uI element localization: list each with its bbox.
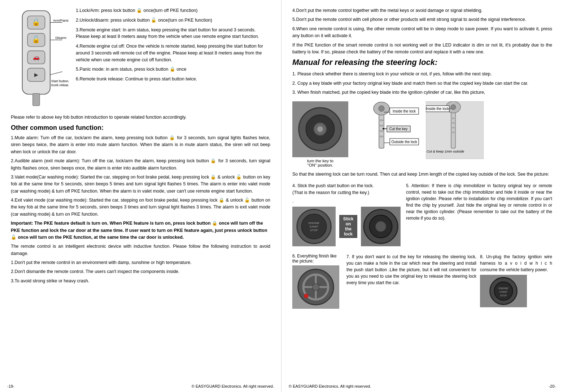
stick-row: ENGINE START STOP Stick onthe lock <box>292 207 401 246</box>
key-fob-instructions: 1.Lock/Arm: press lock button 🔒 once(tur… <box>76 7 270 109</box>
svg-rect-26 <box>379 125 384 127</box>
step6-col: 6. Everything finish like the picture: <box>292 254 343 309</box>
svg-line-14 <box>50 72 62 75</box>
key-fob-diagram: 🔒 🔓 🚗 ▶ Arm/Panic mode <box>11 7 69 109</box>
step8-col: 8. Un-plug the factory ignition wire har… <box>480 254 552 309</box>
step5-text: 5. Attention: If there is chip immobiliz… <box>406 182 552 221</box>
step6-text: 6. Everything finish like the picture: <box>292 254 343 264</box>
svg-text:Arm/Panic mode: Arm/Panic mode <box>53 18 69 22</box>
svg-rect-28 <box>379 136 384 137</box>
svg-rect-43 <box>451 118 455 119</box>
para3: 3.Valet mode(Car washing mode): Started … <box>11 174 270 195</box>
remote-note-1: 1.Don't put the remote control in an env… <box>11 259 270 266</box>
remote-note-6: 6.When one remote control is using, the … <box>292 26 552 40</box>
remote-note-2: 2.Don't dismantle the remote control. Th… <box>11 268 270 275</box>
svg-text:Outside the lock: Outside the lock <box>391 140 418 144</box>
svg-point-69 <box>304 294 309 298</box>
turn-key-caption: turn the key to"ON" position. <box>292 159 348 167</box>
svg-point-24 <box>379 106 384 111</box>
svg-text:STOP: STOP <box>310 228 318 232</box>
svg-rect-46 <box>451 132 455 133</box>
svg-rect-44 <box>451 122 455 124</box>
push-start-btn-image: ENGINE START STOP <box>292 207 336 246</box>
section1-title: Other common used function: <box>11 124 270 132</box>
para2: 2.Audible alarm (exit mute alarm): Turn … <box>11 158 270 172</box>
step8-text: 8. Un-plug the factory ignition wire har… <box>480 254 552 273</box>
step2: 2. Copy a key blade with your factory or… <box>292 80 552 87</box>
stick-on-lock-label: Stick onthe lock <box>339 215 357 238</box>
step7-text: 7. If you don't want to cut the key for … <box>346 254 476 286</box>
svg-text:ENGINE: ENGINE <box>499 287 509 290</box>
svg-text:START: START <box>309 225 318 228</box>
left-page: 🔒 🔓 🚗 ▶ Arm/Panic mode <box>0 0 282 392</box>
right-copyright: © EASYGUARD Electronics. All right reser… <box>289 384 371 388</box>
step7-col: 7. If you don't want to cut the key for … <box>346 254 476 309</box>
dot-separator: . <box>292 199 401 204</box>
remote-intro: The remote control is an intelligent ele… <box>11 243 270 257</box>
key-label-diagram: Inside the lock Cut the key Outside the … <box>354 101 420 160</box>
remote-note-4: 4.Don't put the remote control together … <box>292 7 552 14</box>
svg-text:Inside the lock: Inside the lock <box>426 107 449 111</box>
push-btn-section: 4. Stick the push start button on the lo… <box>292 182 401 249</box>
svg-rect-45 <box>451 127 455 128</box>
key-diagram-row: turn the key to"ON" position. <box>292 101 552 167</box>
step6-image <box>292 265 339 309</box>
left-footer: -19- © EASYGUARD Electronics. All right … <box>0 384 281 388</box>
step4-row: 4. Stick the push start button on the lo… <box>292 182 552 249</box>
para4: 4.Exit valet mode (car washing mode): St… <box>11 197 270 218</box>
svg-rect-27 <box>379 130 384 132</box>
svg-text:Cut & keep 1mm outside: Cut & keep 1mm outside <box>427 149 464 153</box>
lock-cylinder-placeholder <box>292 101 348 157</box>
instruction-2: 2.Unlock/disarm: press unlock button 🔓 o… <box>76 17 270 24</box>
instruction-4: 4.Remote engine cut off: Once the vehicl… <box>76 43 270 63</box>
right-page-number: -20- <box>549 384 556 388</box>
svg-text:Disarm: Disarm <box>55 36 66 40</box>
svg-text:trunk release: trunk release <box>51 83 69 87</box>
svg-text:STOP: STOP <box>500 294 507 296</box>
svg-text:🔒: 🔒 <box>32 18 41 26</box>
svg-rect-25 <box>379 119 384 121</box>
svg-text:Inside the lock: Inside the lock <box>393 109 416 113</box>
manual-title: Manual for releasing the steering lock: <box>292 58 552 67</box>
svg-text:🚗: 🚗 <box>33 54 40 61</box>
right-footer: © EASYGUARD Electronics. All right reser… <box>282 384 563 388</box>
so-that-caption: So that the steering lock can be turn ro… <box>292 171 552 178</box>
instruction-1: 1.Lock/Arm: press lock button 🔒 once(tur… <box>76 7 270 14</box>
svg-text:Cut the key: Cut the key <box>389 127 408 131</box>
left-page-number: -19- <box>7 384 14 388</box>
svg-text:▶: ▶ <box>34 72 38 78</box>
important-text: Important: The PKE feature default is tu… <box>11 220 270 241</box>
remote-note-3: 3.To avoid strong strike or heavy crash. <box>11 278 270 285</box>
lock-with-stick-image <box>361 207 401 246</box>
step3: 3. When finish matched, put the copied k… <box>292 89 552 96</box>
svg-text:ENGINE: ENGINE <box>309 221 319 225</box>
left-copyright: © EASYGUARD Electronics. All right reser… <box>192 384 274 388</box>
svg-point-42 <box>451 105 456 110</box>
please-refer-text: Please refer to above key fob button int… <box>11 115 270 120</box>
step4-text: 4. Stick the push start button on the lo… <box>292 182 401 197</box>
right-page: 4.Don't put the remote control together … <box>282 0 563 392</box>
svg-text:START: START <box>499 290 508 293</box>
instruction-6: 6.Remote trunk release: Continue to pres… <box>76 76 270 83</box>
step8-image: ENGINE START STOP <box>480 275 527 307</box>
para1: 1.Mute alarm: Turn off the car, lock/arm… <box>11 135 270 155</box>
step1: 1. Please check whether there is steerin… <box>292 71 552 78</box>
lock-cylinder-image: turn the key to"ON" position. <box>292 101 348 167</box>
top-section: 🔒 🔓 🚗 ▶ Arm/Panic mode <box>11 7 270 109</box>
instruction-5: 5.Panic mode: in arm status, press lock … <box>76 66 270 73</box>
attention-section: 5. Attention: If there is chip immobiliz… <box>406 182 552 249</box>
svg-text:Start button/: Start button/ <box>51 79 69 83</box>
remote-note-5: 5.Don't put the remote control with cell… <box>292 16 552 23</box>
svg-point-60 <box>375 221 386 232</box>
svg-point-21 <box>317 126 323 132</box>
bottom-steps-row: 6. Everything finish like the picture: <box>292 254 552 309</box>
svg-point-64 <box>312 283 319 291</box>
svg-text:🔓: 🔓 <box>32 35 41 44</box>
instruction-3: 3.Remote engine start: In arm status, ke… <box>76 27 270 40</box>
svg-rect-9 <box>33 93 40 106</box>
key-right-diagram: Inside the lock Cut & keep 1mm outside <box>426 101 484 160</box>
remote-pke-note: If the PKE function of the smart remote … <box>292 42 552 56</box>
